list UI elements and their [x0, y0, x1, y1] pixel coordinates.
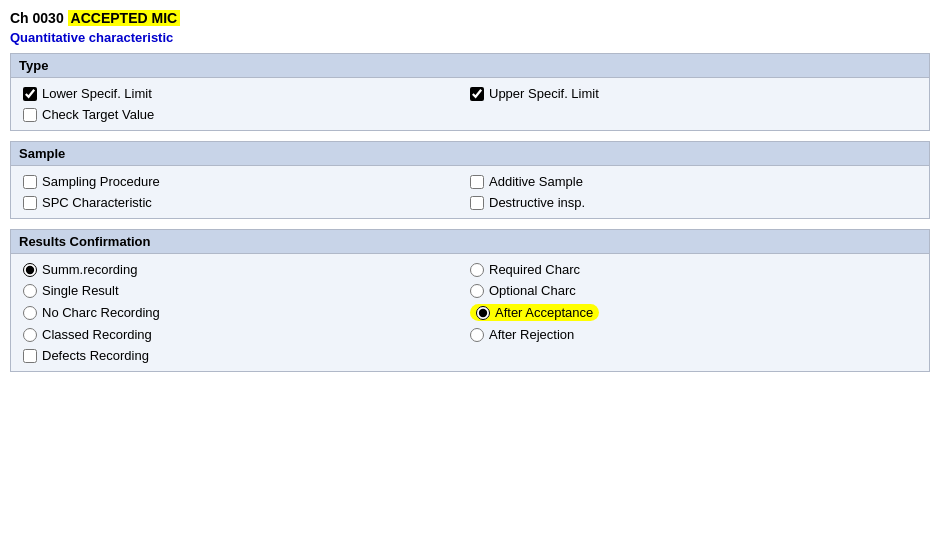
single-result-radio[interactable] [23, 284, 37, 298]
upper-specif-limit-checkbox[interactable] [470, 87, 484, 101]
header: Ch 0030 ACCEPTED MIC Quantitative charac… [10, 10, 930, 45]
type-row-2: Check Target Value [23, 107, 917, 122]
sample-row-2: SPC Characteristic Destructive insp. [23, 195, 917, 210]
summ-recording-radio[interactable] [23, 263, 37, 277]
additive-sample-wrapper: Additive Sample [470, 174, 583, 189]
additive-sample-checkbox[interactable] [470, 175, 484, 189]
single-result-label[interactable]: Single Result [42, 283, 119, 298]
upper-specif-limit-label[interactable]: Upper Specif. Limit [489, 86, 599, 101]
sampling-procedure-wrapper: Sampling Procedure [23, 174, 160, 189]
required-charc-radio[interactable] [470, 263, 484, 277]
type-section-header: Type [11, 54, 929, 78]
required-charc-wrapper: Required Charc [470, 262, 580, 277]
after-rejection-radio[interactable] [470, 328, 484, 342]
spc-characteristic-wrapper: SPC Characteristic [23, 195, 152, 210]
destructive-insp-checkbox[interactable] [470, 196, 484, 210]
after-acceptance-highlight: After Acceptance [470, 304, 599, 321]
after-acceptance-radio[interactable] [476, 306, 490, 320]
page-title: Ch 0030 ACCEPTED MIC [10, 10, 930, 26]
check-target-value-wrapper: Check Target Value [23, 107, 154, 122]
optional-charc-radio[interactable] [470, 284, 484, 298]
spc-characteristic-label[interactable]: SPC Characteristic [42, 195, 152, 210]
sampling-procedure-checkbox[interactable] [23, 175, 37, 189]
lower-specif-limit-label[interactable]: Lower Specif. Limit [42, 86, 152, 101]
summ-recording-label[interactable]: Summ.recording [42, 262, 137, 277]
defects-recording-wrapper: Defects Recording [23, 348, 149, 363]
subtitle: Quantitative characteristic [10, 30, 930, 45]
results-row-5: Defects Recording [23, 348, 917, 363]
type-section: Type Lower Specif. Limit Upper Specif. L… [10, 53, 930, 131]
lower-specif-limit-checkbox[interactable] [23, 87, 37, 101]
check-target-value-checkbox[interactable] [23, 108, 37, 122]
defects-recording-checkbox[interactable] [23, 349, 37, 363]
spc-characteristic-checkbox[interactable] [23, 196, 37, 210]
after-rejection-wrapper: After Rejection [470, 327, 574, 342]
results-row-2: Single Result Optional Charc [23, 283, 917, 298]
upper-specif-limit-wrapper: Upper Specif. Limit [470, 86, 599, 101]
results-section: Results Confirmation Summ.recording Requ… [10, 229, 930, 372]
ch-title-highlighted: ACCEPTED MIC [68, 10, 181, 26]
after-rejection-label[interactable]: After Rejection [489, 327, 574, 342]
classed-recording-radio[interactable] [23, 328, 37, 342]
results-row-1: Summ.recording Required Charc [23, 262, 917, 277]
destructive-insp-wrapper: Destructive insp. [470, 195, 585, 210]
sample-section: Sample Sampling Procedure Additive Sampl… [10, 141, 930, 219]
defects-recording-label[interactable]: Defects Recording [42, 348, 149, 363]
destructive-insp-label[interactable]: Destructive insp. [489, 195, 585, 210]
check-target-value-label[interactable]: Check Target Value [42, 107, 154, 122]
no-charc-recording-label[interactable]: No Charc Recording [42, 305, 160, 320]
classed-recording-label[interactable]: Classed Recording [42, 327, 152, 342]
type-row-1: Lower Specif. Limit Upper Specif. Limit [23, 86, 917, 101]
sampling-procedure-label[interactable]: Sampling Procedure [42, 174, 160, 189]
type-section-body: Lower Specif. Limit Upper Specif. Limit … [11, 78, 929, 130]
results-row-4: Classed Recording After Rejection [23, 327, 917, 342]
summ-recording-wrapper: Summ.recording [23, 262, 137, 277]
optional-charc-label[interactable]: Optional Charc [489, 283, 576, 298]
ch-prefix: Ch 0030 [10, 10, 64, 26]
optional-charc-wrapper: Optional Charc [470, 283, 576, 298]
results-section-body: Summ.recording Required Charc Single Res… [11, 254, 929, 371]
single-result-wrapper: Single Result [23, 283, 119, 298]
classed-recording-wrapper: Classed Recording [23, 327, 152, 342]
results-row-3: No Charc Recording After Acceptance [23, 304, 917, 321]
after-acceptance-label[interactable]: After Acceptance [495, 305, 593, 320]
sample-row-1: Sampling Procedure Additive Sample [23, 174, 917, 189]
results-section-header: Results Confirmation [11, 230, 929, 254]
sample-section-body: Sampling Procedure Additive Sample SPC C… [11, 166, 929, 218]
additive-sample-label[interactable]: Additive Sample [489, 174, 583, 189]
lower-specif-limit-wrapper: Lower Specif. Limit [23, 86, 152, 101]
sample-section-header: Sample [11, 142, 929, 166]
required-charc-label[interactable]: Required Charc [489, 262, 580, 277]
no-charc-recording-radio[interactable] [23, 306, 37, 320]
no-charc-recording-wrapper: No Charc Recording [23, 305, 160, 320]
